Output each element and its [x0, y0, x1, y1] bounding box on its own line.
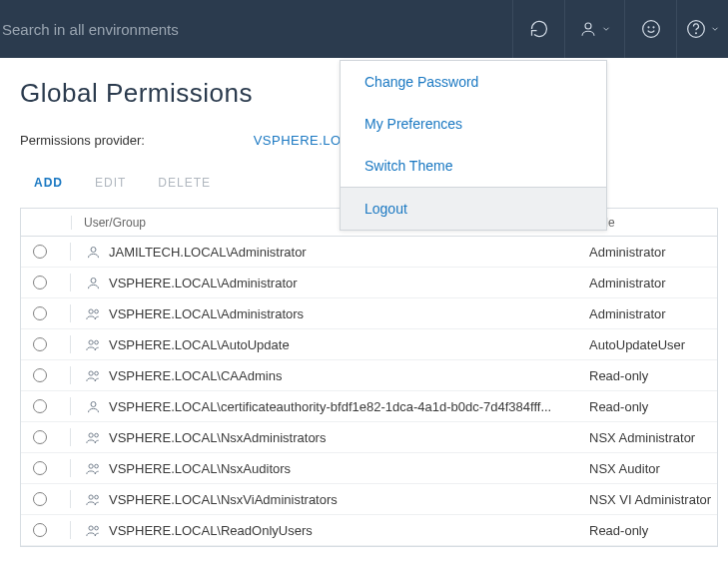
radio-icon[interactable]	[33, 430, 47, 444]
menu-switch-theme[interactable]: Switch Theme	[341, 145, 606, 187]
row-select[interactable]	[21, 490, 71, 508]
svg-point-19	[88, 494, 92, 498]
cell-role: Administrator	[577, 276, 717, 290]
table-row[interactable]: VSPHERE.LOCAL\AdministratorAdministrator	[21, 268, 717, 298]
refresh-button[interactable]	[512, 0, 564, 58]
group-icon	[83, 523, 103, 538]
cell-user: VSPHERE.LOCAL\NsxAuditors	[71, 461, 577, 476]
cell-user-name: VSPHERE.LOCAL\Administrator	[109, 276, 298, 290]
row-select[interactable]	[21, 521, 71, 539]
cell-role: Read-only	[577, 368, 717, 383]
svg-point-5	[695, 33, 696, 34]
table-row[interactable]: VSPHERE.LOCAL\CAAdminsRead-only	[21, 360, 717, 391]
svg-point-12	[88, 370, 92, 374]
delete-button: DELETE	[158, 176, 211, 190]
row-select[interactable]	[21, 459, 71, 477]
svg-point-22	[94, 526, 98, 530]
radio-icon[interactable]	[33, 306, 47, 320]
table-body: JAMILTECH.LOCAL\AdministratorAdministrat…	[21, 237, 717, 546]
menu-logout[interactable]: Logout	[341, 188, 606, 230]
svg-point-13	[94, 371, 98, 375]
row-select[interactable]	[21, 304, 71, 322]
user-icon	[83, 276, 103, 290]
provider-label: Permissions provider:	[20, 133, 250, 148]
cell-user: VSPHERE.LOCAL\NsxAdministrators	[71, 430, 577, 445]
table-row[interactable]: VSPHERE.LOCAL\AutoUpdateAutoUpdateUser	[21, 329, 717, 360]
user-icon	[579, 20, 597, 38]
svg-point-20	[94, 495, 98, 499]
add-button[interactable]: ADD	[34, 176, 63, 190]
user-menu-button[interactable]	[564, 0, 624, 58]
cell-user-name: JAMILTECH.LOCAL\Administrator	[109, 245, 307, 260]
svg-point-21	[88, 525, 92, 529]
cell-user: VSPHERE.LOCAL\Administrators	[71, 306, 577, 321]
cell-user: JAMILTECH.LOCAL\Administrator	[71, 245, 577, 260]
cell-user-name: VSPHERE.LOCAL\Administrators	[109, 306, 304, 321]
row-select[interactable]	[21, 243, 71, 261]
smiley-icon	[641, 19, 661, 39]
cell-user-name: VSPHERE.LOCAL\NsxAdministrators	[109, 430, 326, 445]
cell-role: NSX Administrator	[577, 430, 717, 445]
radio-icon[interactable]	[33, 523, 47, 537]
svg-point-11	[94, 340, 98, 344]
radio-icon[interactable]	[33, 276, 47, 289]
radio-icon[interactable]	[33, 399, 47, 413]
user-menu: Change Password My Preferences Switch Th…	[340, 60, 607, 231]
chevron-down-icon	[710, 24, 720, 34]
help-button[interactable]	[676, 0, 728, 58]
user-icon	[83, 399, 103, 414]
cell-role: AutoUpdateUser	[577, 337, 717, 352]
refresh-icon	[529, 19, 549, 39]
menu-change-password[interactable]: Change Password	[341, 61, 606, 103]
cell-role: Read-only	[577, 523, 717, 538]
table-row[interactable]: VSPHERE.LOCAL\ReadOnlyUsersRead-only	[21, 515, 717, 546]
svg-point-9	[94, 309, 98, 313]
topbar: Search in all environments	[0, 0, 728, 58]
table-row[interactable]: VSPHERE.LOCAL\NsxViAdministratorsNSX VI …	[21, 484, 717, 515]
table-row[interactable]: VSPHERE.LOCAL\certificateauthority-bfdf1…	[21, 391, 717, 422]
cell-user-name: VSPHERE.LOCAL\NsxViAdministrators	[109, 492, 338, 507]
radio-icon[interactable]	[33, 337, 47, 351]
row-select[interactable]	[21, 366, 71, 384]
table-row[interactable]: JAMILTECH.LOCAL\AdministratorAdministrat…	[21, 237, 717, 268]
svg-point-16	[94, 433, 98, 437]
column-user-label: User/Group	[84, 216, 146, 230]
svg-point-3	[653, 27, 654, 28]
radio-icon[interactable]	[33, 461, 47, 475]
cell-user: VSPHERE.LOCAL\certificateauthority-bfdf1…	[71, 399, 577, 414]
row-select[interactable]	[21, 397, 71, 415]
cell-user: VSPHERE.LOCAL\NsxViAdministrators	[71, 492, 577, 507]
cell-role: Read-only	[577, 399, 717, 414]
cell-user-name: VSPHERE.LOCAL\NsxAuditors	[109, 461, 291, 476]
table-row[interactable]: VSPHERE.LOCAL\AdministratorsAdministrato…	[21, 298, 717, 329]
table-row[interactable]: VSPHERE.LOCAL\NsxAdministratorsNSX Admin…	[21, 422, 717, 453]
radio-icon[interactable]	[33, 492, 47, 506]
radio-icon[interactable]	[33, 245, 47, 259]
row-select[interactable]	[21, 428, 71, 446]
search-input[interactable]: Search in all environments	[2, 21, 512, 38]
svg-point-2	[648, 27, 649, 28]
svg-point-17	[88, 463, 92, 467]
group-icon	[83, 337, 103, 352]
user-icon	[83, 245, 103, 260]
group-icon	[83, 430, 103, 445]
svg-point-15	[88, 432, 92, 436]
cell-user: VSPHERE.LOCAL\AutoUpdate	[71, 337, 577, 352]
provider-value[interactable]: VSPHERE.LO	[254, 133, 342, 148]
table-row[interactable]: VSPHERE.LOCAL\NsxAuditorsNSX Auditor	[21, 453, 717, 484]
menu-my-preferences[interactable]: My Preferences	[341, 103, 606, 145]
row-select[interactable]	[21, 335, 71, 353]
group-icon	[83, 461, 103, 476]
svg-point-18	[94, 464, 98, 468]
edit-button: EDIT	[95, 176, 126, 190]
svg-point-10	[88, 339, 92, 343]
svg-point-8	[88, 308, 92, 312]
cell-role: Administrator	[577, 245, 717, 260]
radio-icon[interactable]	[33, 368, 47, 382]
row-select[interactable]	[21, 274, 71, 291]
svg-point-6	[91, 247, 96, 252]
cell-user-name: VSPHERE.LOCAL\AutoUpdate	[109, 337, 290, 352]
permissions-table: User/Group Role JAMILTECH.LOCAL\Administ…	[20, 208, 718, 547]
smiley-button[interactable]	[624, 0, 676, 58]
cell-user-name: VSPHERE.LOCAL\certificateauthority-bfdf1…	[109, 399, 551, 414]
